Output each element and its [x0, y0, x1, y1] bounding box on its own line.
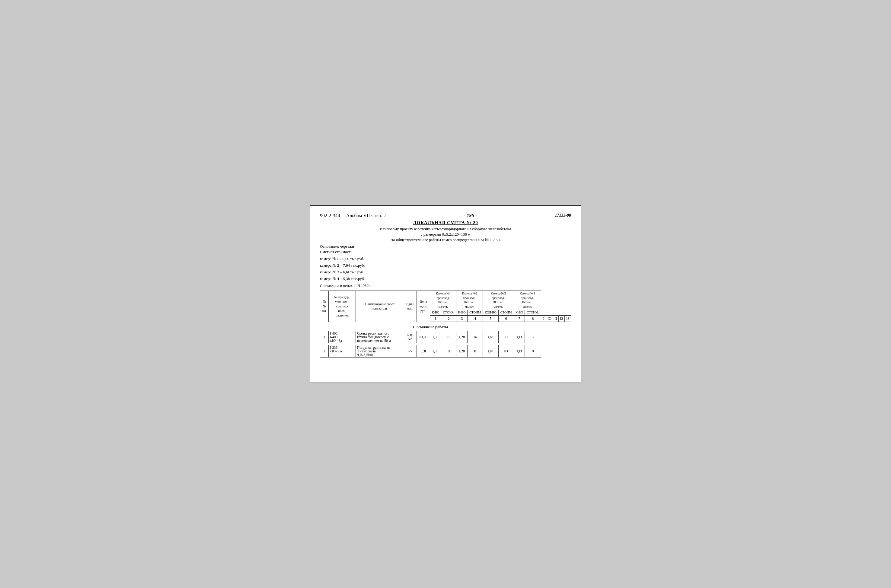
section-title: I. Земляные работы	[320, 322, 541, 331]
row1-k1-stoim: I5	[441, 331, 456, 344]
th-kamer1: Камера №Iпроизвод.280 тыс.м3/сут.	[430, 291, 456, 309]
row1-name: Срезка растительного грунта бульдозером …	[356, 331, 404, 344]
row1-k3-stoim: I3	[498, 331, 514, 344]
camera-1: камера № I – 9,00 тыс.руб.	[320, 255, 571, 262]
th-k4-stoim: СТОИМ.	[525, 310, 541, 316]
th-name: Наименование работили затрат	[356, 291, 404, 322]
row1-k3-kvo: I,I8	[482, 331, 498, 344]
row1-k4-kvo: I,I3	[514, 331, 525, 344]
table-row: I I-408 I-409 т.IO-48д Срезка растительн…	[320, 331, 571, 344]
doc-number: 902-2-344	[320, 213, 340, 218]
row1-unit: IOO м3	[404, 331, 417, 344]
row2-num: 2	[320, 345, 329, 357]
table-header-row: №№шт № пр/скур.,укрупнен.сметныхнорм,рас…	[320, 291, 571, 309]
th-k1-kvo: К-ВО	[430, 310, 441, 316]
row2-k3-stoim: IO	[498, 345, 514, 357]
header: 902-2-344 Альбом VII часть 2 - 196 - 171…	[320, 213, 571, 218]
subtitle1: к типовому проекту аэротенка четырехкори…	[320, 226, 571, 231]
row2-k1-stoim: II	[441, 345, 456, 357]
doc-code: 17133-08	[555, 213, 571, 218]
camera-list: камера № I – 9,00 тыс.руб. камера № 2 – …	[320, 255, 571, 282]
camera-4: камера № 4 – 5,38 тыс.руб.	[320, 276, 571, 282]
row2-k4-kvo: I,I3	[514, 345, 525, 357]
th-nn: №№шт	[320, 291, 329, 322]
row2-k4-stoim: 9	[525, 345, 541, 357]
row2-k2-stoim: II	[467, 345, 483, 357]
camera-3: камера № 3 – 6,6I тыс.руб.	[320, 269, 571, 276]
row2-k1-kvo: I,35	[430, 345, 441, 357]
document-title: ЛОКАЛЬНАЯ СМЕТА № 20	[320, 220, 571, 225]
album-info: Альбом VII часть 2	[346, 213, 386, 218]
th-k2-stoim: СТОИМ	[467, 310, 483, 316]
document-page: 902-2-344 Альбом VII часть 2 - 196 - 171…	[310, 205, 581, 383]
th-unit: Един.изм.	[404, 291, 417, 322]
row1-norm: I-408 I-409 т.IO-48д	[329, 331, 356, 344]
main-table: №№шт № пр/скур.,укрупнен.сметныхнорм,рас…	[320, 291, 571, 357]
th-norm: № пр/скур.,укрупнен.сметныхнорм,расценок	[329, 291, 356, 322]
th-k1-stoim: СТОИМ	[441, 310, 456, 316]
section-title-row: I. Земляные работы	[320, 322, 571, 331]
th-kamer3: Камера №3производ.280 тыс.м3/сут.	[482, 291, 514, 309]
th-k2-kvo: К-ВО	[456, 310, 467, 316]
row2-unit: -"-	[404, 345, 417, 357]
work-description: На общестроительные работы камер распред…	[320, 237, 571, 242]
row1-k2-stoim: I4	[467, 331, 483, 344]
th-kamer2: Камера №2производ.I60 тыс.м3/сут.	[456, 291, 482, 309]
smetna-label: Сметная стоимость	[320, 249, 571, 254]
osnov: Основание: чертежи	[320, 244, 571, 249]
row1-k1-kvo: I,35	[430, 331, 441, 344]
camera-2: камера № 2 – 7,94 тыс.руб.	[320, 262, 571, 269]
row2-k2-kvo: I,28	[456, 345, 467, 357]
page-number: - 196 -	[386, 213, 555, 218]
row1-num: I	[320, 331, 329, 344]
row1-price: IO,89	[417, 331, 430, 344]
row2-norm: I-236 т.IO-35а	[329, 345, 356, 357]
th-k4-kvo: К-ВО	[514, 310, 525, 316]
table-row: 2 I-236 т.IO-35а Погрузка грунта на ав- …	[320, 345, 571, 357]
th-k3-stoim: СТОИМ	[498, 310, 514, 316]
th-kamer4: Камера №4производ.I60 тыс.м3/сут.	[514, 291, 541, 309]
row1-k4-stoim: I2	[525, 331, 541, 344]
th-k3-kvo: КОД-ВО	[482, 310, 498, 316]
header-left: 902-2-344 Альбом VII часть 2	[320, 213, 386, 218]
row2-price: 8,3I	[417, 345, 430, 357]
subtitle2: с размерами 9х5,2х120+138 м	[320, 232, 571, 237]
row1-k2-kvo: I,28	[456, 331, 467, 344]
sostav: Составлена в ценах с I/I-I969г.	[320, 283, 571, 288]
th-price: Ценаедин.руб.	[417, 291, 430, 322]
row2-name: Погрузка грунта на ав- тосамосвалы 9,I6-…	[356, 345, 404, 357]
row2-k3-kvo: I,I8	[482, 345, 498, 357]
